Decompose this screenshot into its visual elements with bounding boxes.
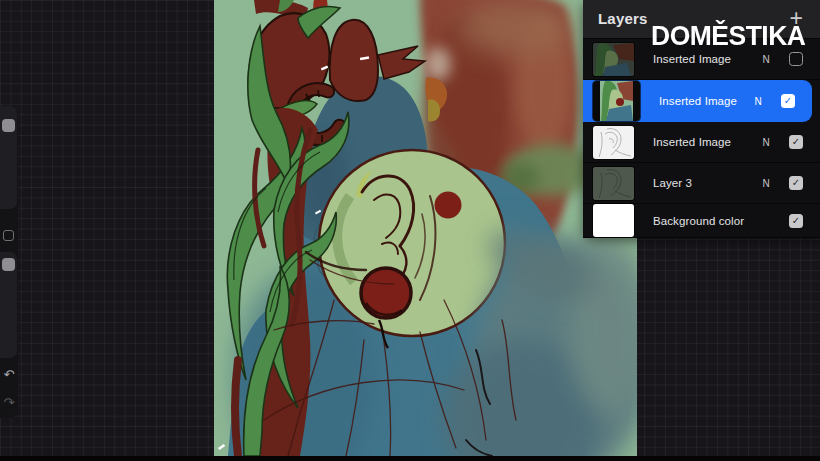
layer-thumbnail[interactable] — [593, 43, 634, 76]
modify-button[interactable] — [3, 230, 14, 241]
brush-size-slider-handle[interactable] — [2, 119, 15, 132]
layer-row-5[interactable]: Background color✓ — [583, 204, 820, 238]
domestika-watermark: DOMĚSTIKA — [651, 20, 806, 52]
layer-visibility-checkbox[interactable] — [789, 52, 803, 66]
blend-mode-button[interactable]: N — [759, 137, 773, 148]
layer-name: Background color — [653, 215, 759, 227]
layer-visibility-checkbox[interactable]: ✓ — [781, 94, 795, 108]
brush-opacity-slider-handle[interactable] — [2, 258, 15, 271]
layer-visibility-checkbox[interactable]: ✓ — [789, 176, 803, 190]
layer-thumbnail[interactable] — [593, 81, 640, 121]
layers-panel-title: Layers — [598, 0, 648, 37]
layer-thumbnail[interactable] — [593, 204, 634, 237]
undo-icon[interactable]: ↶ — [0, 368, 18, 382]
blend-mode-button[interactable]: N — [759, 54, 773, 65]
layer-name: Inserted Image — [659, 95, 751, 107]
letterbox-bar — [0, 456, 820, 461]
layer-row-4[interactable]: Layer 3N✓ — [583, 163, 820, 204]
layer-visibility-checkbox[interactable]: ✓ — [789, 214, 803, 228]
brush-sidebar: ↶ ↷ — [0, 106, 18, 418]
ear-plate — [319, 150, 505, 336]
layer-visibility-checkbox[interactable]: ✓ — [789, 135, 803, 149]
layer-name: Inserted Image — [653, 53, 759, 65]
blend-mode-button[interactable]: N — [751, 96, 765, 107]
red-dot — [435, 192, 462, 219]
canvas-artwork[interactable] — [214, 0, 637, 456]
drawing-canvas[interactable] — [214, 0, 637, 456]
layer-row-3[interactable]: Inserted ImageN✓ — [583, 122, 820, 163]
layer-row-2[interactable]: Inserted ImageN✓ — [583, 80, 812, 122]
layer-thumbnail[interactable] — [593, 126, 634, 159]
blend-mode-button[interactable]: N — [759, 178, 773, 189]
layer-rows: Inserted ImageNInserted ImageN✓Inserted … — [583, 39, 820, 238]
layer-name: Layer 3 — [653, 177, 759, 189]
layer-thumbnail[interactable] — [593, 167, 634, 200]
layer-name: Inserted Image — [653, 136, 759, 148]
redo-icon[interactable]: ↷ — [0, 396, 18, 410]
